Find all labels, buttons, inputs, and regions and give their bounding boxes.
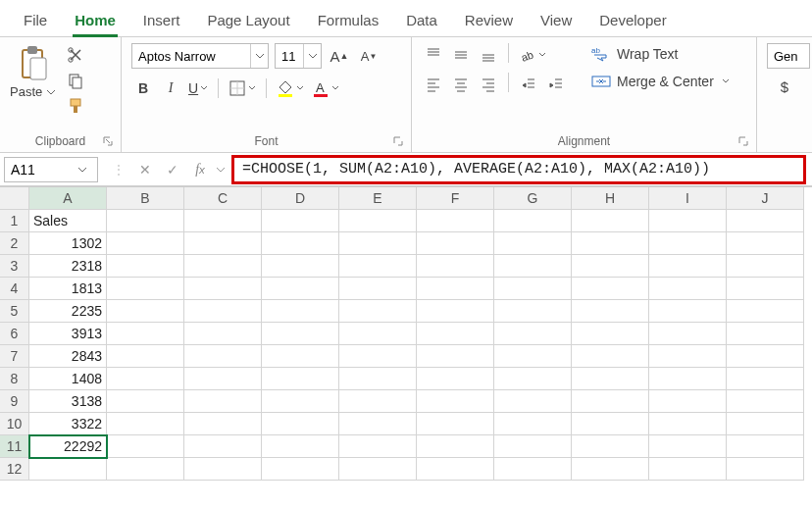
cell-D6[interactable] — [262, 323, 339, 345]
cell-I11[interactable] — [649, 435, 727, 458]
cell-C12[interactable] — [184, 458, 262, 481]
chevron-down-icon[interactable] — [250, 44, 268, 68]
cell-D3[interactable] — [262, 255, 339, 278]
cell-J8[interactable] — [727, 368, 804, 390]
cell-G3[interactable] — [494, 255, 572, 278]
col-header-B[interactable]: B — [107, 187, 184, 210]
increase-font-button[interactable]: A▲ — [328, 44, 351, 68]
cell-J2[interactable] — [727, 232, 804, 255]
cell-I5[interactable] — [649, 300, 727, 323]
cell-B6[interactable] — [107, 323, 184, 345]
cell-H7[interactable] — [572, 345, 649, 368]
name-box-input[interactable] — [5, 162, 76, 178]
cell-J10[interactable] — [727, 413, 804, 435]
cell-H9[interactable] — [572, 390, 649, 413]
clipboard-dialog-launcher[interactable] — [101, 134, 115, 148]
cell-J1[interactable] — [727, 210, 804, 232]
cell-C5[interactable] — [184, 300, 262, 323]
cell-H4[interactable] — [572, 278, 649, 300]
col-header-H[interactable]: H — [572, 187, 649, 210]
cell-A5[interactable]: 2235 — [29, 300, 107, 323]
cell-H8[interactable] — [572, 368, 649, 390]
cell-I9[interactable] — [649, 390, 727, 413]
cell-I7[interactable] — [649, 345, 727, 368]
cell-I10[interactable] — [649, 413, 727, 435]
cell-A2[interactable]: 1302 — [29, 232, 107, 255]
cell-B10[interactable] — [107, 413, 184, 435]
cell-B12[interactable] — [107, 458, 184, 481]
cell-D1[interactable] — [262, 210, 339, 232]
alignment-dialog-launcher[interactable] — [736, 134, 750, 148]
cell-H12[interactable] — [572, 458, 649, 481]
row-header-2[interactable]: 2 — [0, 232, 29, 255]
wrap-text-button[interactable]: ab Wrap Text — [585, 43, 736, 65]
number-format-combo[interactable] — [767, 43, 810, 69]
cell-F10[interactable] — [417, 413, 494, 435]
cell-F2[interactable] — [417, 232, 494, 255]
cell-I12[interactable] — [649, 458, 727, 481]
row-header-6[interactable]: 6 — [0, 323, 29, 345]
spreadsheet-grid[interactable]: ABCDEFGHIJ1Sales213023231841813522356391… — [0, 186, 812, 481]
cell-D4[interactable] — [262, 278, 339, 300]
col-header-F[interactable]: F — [417, 187, 494, 210]
paste-button[interactable] — [15, 43, 52, 84]
row-header-11[interactable]: 11 — [0, 435, 29, 458]
cell-H1[interactable] — [572, 210, 649, 232]
cell-I1[interactable] — [649, 210, 727, 232]
cell-A11[interactable]: 22292 — [29, 435, 107, 458]
cell-C9[interactable] — [184, 390, 262, 413]
cell-A12[interactable] — [29, 458, 107, 481]
cell-C10[interactable] — [184, 413, 262, 435]
font-name-combo[interactable] — [131, 43, 269, 69]
cell-F4[interactable] — [417, 278, 494, 300]
format-painter-button[interactable] — [64, 94, 87, 118]
cell-G5[interactable] — [494, 300, 572, 323]
row-header-12[interactable]: 12 — [0, 458, 29, 481]
select-all-corner[interactable] — [0, 187, 29, 210]
col-header-A[interactable]: A — [29, 187, 107, 210]
cell-A4[interactable]: 1813 — [29, 278, 107, 300]
cell-F11[interactable] — [417, 435, 494, 458]
font-size-input[interactable] — [276, 44, 303, 68]
cell-E7[interactable] — [339, 345, 417, 368]
cell-C2[interactable] — [184, 232, 262, 255]
chevron-down-icon[interactable] — [303, 44, 321, 68]
accounting-format-button[interactable]: $ — [767, 75, 802, 98]
increase-indent-button[interactable] — [544, 73, 568, 96]
cell-I3[interactable] — [649, 255, 727, 278]
tab-insert[interactable]: Insert — [129, 6, 194, 36]
cell-D11[interactable] — [262, 435, 339, 458]
cell-C4[interactable] — [184, 278, 262, 300]
cell-G6[interactable] — [494, 323, 572, 345]
cell-E2[interactable] — [339, 232, 417, 255]
cancel-formula-button[interactable]: ✕ — [133, 158, 157, 181]
cell-G4[interactable] — [494, 278, 572, 300]
row-header-10[interactable]: 10 — [0, 413, 29, 435]
cell-G9[interactable] — [494, 390, 572, 413]
cell-F7[interactable] — [417, 345, 494, 368]
tab-home[interactable]: Home — [61, 6, 129, 36]
cell-G2[interactable] — [494, 232, 572, 255]
cell-J11[interactable] — [727, 435, 804, 458]
name-box[interactable] — [4, 157, 98, 182]
cell-H11[interactable] — [572, 435, 649, 458]
cell-H5[interactable] — [572, 300, 649, 323]
tab-data[interactable]: Data — [392, 6, 451, 36]
cell-A3[interactable]: 2318 — [29, 255, 107, 278]
cell-E1[interactable] — [339, 210, 417, 232]
cell-B2[interactable] — [107, 232, 184, 255]
cell-H2[interactable] — [572, 232, 649, 255]
cell-F1[interactable] — [417, 210, 494, 232]
cell-B7[interactable] — [107, 345, 184, 368]
paste-label[interactable]: Paste — [10, 84, 56, 99]
cell-I2[interactable] — [649, 232, 727, 255]
font-dialog-launcher[interactable] — [391, 134, 405, 148]
cell-F5[interactable] — [417, 300, 494, 323]
enter-formula-button[interactable]: ✓ — [161, 158, 184, 181]
cut-button[interactable] — [64, 43, 87, 67]
cell-J4[interactable] — [727, 278, 804, 300]
cell-A8[interactable]: 1408 — [29, 368, 107, 390]
cell-F12[interactable] — [417, 458, 494, 481]
cell-G7[interactable] — [494, 345, 572, 368]
cell-G1[interactable] — [494, 210, 572, 232]
